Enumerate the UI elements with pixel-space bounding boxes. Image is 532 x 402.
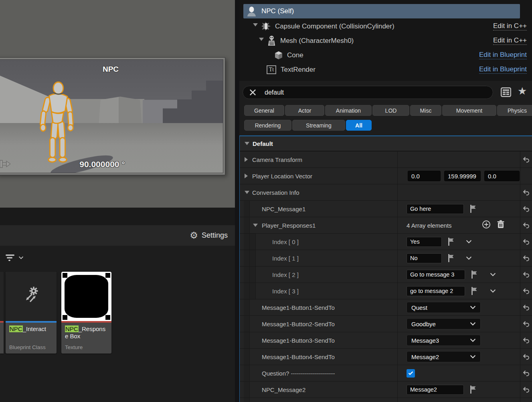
- reset-to-default-icon[interactable]: [523, 239, 530, 245]
- clear-array-trash-icon[interactable]: [497, 220, 505, 230]
- localization-flag-icon[interactable]: [471, 287, 478, 295]
- reset-to-default-icon[interactable]: [523, 157, 530, 163]
- search-input[interactable]: default: [243, 86, 493, 99]
- reset-to-default-icon[interactable]: [523, 354, 530, 360]
- settings-gear-icon[interactable]: ⚙: [190, 231, 198, 240]
- edit-in-blueprint-link[interactable]: Edit in Blueprint: [479, 51, 527, 59]
- npc-message2-input[interactable]: [407, 385, 464, 395]
- favorites-star-icon[interactable]: ★: [518, 86, 527, 96]
- collapse-arrow-icon[interactable]: [259, 38, 264, 41]
- property-list: Default Camera Transform Player Location…: [239, 135, 532, 402]
- element-options-chevron-icon[interactable]: [466, 240, 472, 244]
- filter-animation[interactable]: Animation: [325, 105, 372, 116]
- expand-arrow-icon[interactable]: [245, 142, 249, 145]
- vector-z-field[interactable]: [484, 171, 520, 181]
- asset-type-stripe: [0, 321, 4, 323]
- sendto-dropdown[interactable]: Message2: [407, 351, 481, 362]
- property-row-conversation-info[interactable]: Conversation Info: [240, 184, 532, 201]
- element-options-chevron-icon[interactable]: [490, 273, 496, 277]
- localization-flag-icon[interactable]: [447, 254, 455, 263]
- npc-message1-input[interactable]: [407, 204, 464, 214]
- settings-button[interactable]: Settings: [202, 231, 228, 240]
- property-label: Conversation Info: [240, 189, 299, 196]
- edit-in-blueprint-link[interactable]: Edit in Blueprint: [479, 65, 527, 74]
- reset-to-default-icon[interactable]: [523, 272, 530, 278]
- sendto-dropdown[interactable]: Quest: [407, 302, 481, 313]
- property-row-player-location-vector[interactable]: Player Location Vector: [240, 168, 532, 184]
- property-label: Message1-Button1-SendTo: [240, 304, 335, 311]
- response-1-input[interactable]: [407, 253, 442, 263]
- component-textrender[interactable]: Tt TextRender Edit in Blueprint: [239, 63, 532, 76]
- details-search-row: default ★: [239, 86, 532, 99]
- response-0-input[interactable]: [407, 237, 442, 247]
- filter-streaming[interactable]: Streaming: [292, 120, 345, 131]
- property-label: NPC_Message1: [240, 206, 305, 212]
- localization-flag-icon[interactable]: [469, 204, 477, 213]
- category-default[interactable]: Default: [240, 136, 532, 152]
- filter-lod[interactable]: LOD: [372, 105, 409, 116]
- property-row-message1-button1-sendto[interactable]: Message1-Button1-SendTo Quest: [240, 299, 532, 316]
- check-icon: [408, 371, 413, 375]
- clear-search-icon[interactable]: [249, 89, 257, 96]
- property-row-message1-button2-sendto[interactable]: Message1-Button2-SendTo Goodbye: [240, 316, 532, 332]
- property-row-npc-message1[interactable]: NPC_Message1: [240, 201, 532, 217]
- filter-rendering[interactable]: Rendering: [244, 120, 291, 131]
- filter-general[interactable]: General: [244, 105, 284, 116]
- vector-y-field[interactable]: [444, 171, 481, 181]
- vector-x-field[interactable]: [408, 171, 441, 181]
- property-row-index-0[interactable]: Index [ 0 ]: [240, 234, 532, 250]
- asset-tile-npc-response-box[interactable]: NPC_Response Box Texture: [61, 272, 111, 354]
- property-row-index-2[interactable]: Index [ 2 ]: [240, 267, 532, 283]
- component-label: TextRender: [281, 66, 316, 74]
- component-npc-self[interactable]: NPC (Self): [243, 4, 520, 18]
- property-row-question[interactable]: Question? ----------------------: [240, 365, 532, 382]
- reset-to-default-icon[interactable]: [523, 190, 530, 196]
- property-label: Player Location Vector: [240, 173, 312, 180]
- npc-mannequin-selected: [34, 80, 81, 171]
- question-checkbox-checked[interactable]: [407, 369, 415, 378]
- response-2-input[interactable]: [407, 270, 465, 280]
- collapse-arrow-icon[interactable]: [253, 23, 258, 26]
- details-panel: NPC (Self) Capsule Component (CollisionC…: [239, 0, 532, 402]
- content-filter-control[interactable]: [5, 254, 24, 262]
- property-row-player-responses1[interactable]: Player_Responses1 4 Array elements: [240, 217, 532, 234]
- component-mesh[interactable]: Mesh (CharacterMesh0) Edit in C++: [239, 34, 532, 47]
- add-array-element-icon[interactable]: [481, 220, 491, 231]
- sendto-dropdown[interactable]: Message3: [407, 335, 481, 346]
- component-cone[interactable]: Cone Edit in Blueprint: [239, 48, 532, 62]
- edit-in-cpp-link[interactable]: Edit in C++: [493, 36, 527, 45]
- filter-all[interactable]: All: [346, 120, 372, 131]
- asset-tile-clipped[interactable]: [0, 272, 4, 354]
- filter-misc[interactable]: Misc: [410, 105, 441, 116]
- reset-to-default-icon[interactable]: [523, 288, 530, 294]
- filter-physics[interactable]: Physics: [497, 105, 532, 116]
- localization-flag-icon[interactable]: [471, 270, 478, 279]
- response-3-input[interactable]: [407, 286, 465, 296]
- filter-movement[interactable]: Movement: [442, 105, 496, 116]
- sendto-dropdown[interactable]: Goodbye: [407, 318, 481, 329]
- reset-to-default-icon[interactable]: [523, 222, 530, 228]
- element-options-chevron-icon[interactable]: [490, 289, 496, 293]
- reset-to-default-icon[interactable]: [523, 337, 530, 343]
- reset-to-default-icon[interactable]: [523, 206, 530, 212]
- display-filter-icon[interactable]: [501, 87, 511, 99]
- filter-actor[interactable]: Actor: [285, 105, 324, 116]
- element-options-chevron-icon[interactable]: [466, 256, 472, 260]
- property-row-index-1[interactable]: Index [ 1 ]: [240, 250, 532, 267]
- reset-to-default-icon[interactable]: [523, 370, 530, 376]
- localization-flag-icon[interactable]: [447, 237, 455, 246]
- reset-to-default-icon[interactable]: [523, 305, 530, 311]
- property-row-npc-message2[interactable]: NPC_Message2: [240, 382, 532, 398]
- reset-to-default-icon[interactable]: [523, 321, 530, 327]
- property-row-index-3[interactable]: Index [ 3 ]: [240, 283, 532, 299]
- chevron-down-icon: [470, 338, 476, 342]
- reset-to-default-icon[interactable]: [523, 387, 530, 393]
- edit-in-cpp-link[interactable]: Edit in C++: [493, 22, 527, 30]
- property-row-camera-transform[interactable]: Camera Transform: [240, 152, 532, 168]
- localization-flag-icon[interactable]: [469, 385, 477, 394]
- asset-tile-npc-interact[interactable]: NPC_Interact Blueprint Class: [6, 272, 57, 354]
- property-row-message1-button3-sendto[interactable]: Message1-Button3-SendTo Message3: [240, 332, 532, 349]
- reset-to-default-icon[interactable]: [523, 255, 530, 261]
- component-capsule[interactable]: Capsule Component (CollisionCylinder) Ed…: [239, 20, 532, 33]
- property-row-message1-button4-sendto[interactable]: Message1-Button4-SendTo Message2: [240, 349, 532, 365]
